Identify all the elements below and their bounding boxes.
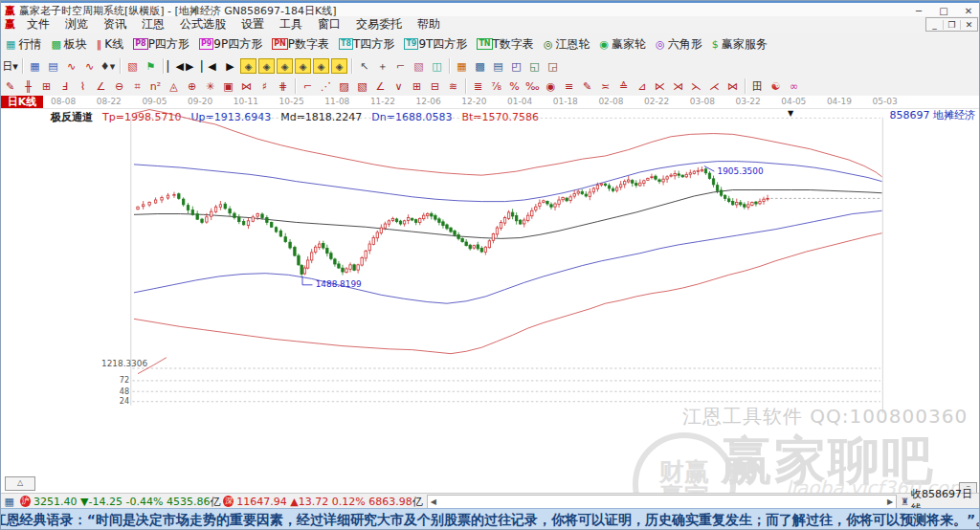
rise-angle-icon[interactable]: ⋊ — [669, 77, 687, 95]
menu-item-资讯[interactable]: 资讯 — [96, 15, 134, 33]
menu-item-设置[interactable]: 设置 — [234, 15, 272, 33]
prev-bar-button[interactable]: ◀ — [203, 57, 221, 75]
winner-service-button[interactable]: $赢家服务 — [707, 34, 772, 54]
diamond-zoom-out[interactable]: ◈ — [258, 58, 275, 74]
percent-icon[interactable]: % — [505, 77, 523, 95]
rays-fan-icon[interactable]: ⋰ — [317, 77, 335, 95]
child-restore-button[interactable]: ❐ — [943, 20, 960, 30]
stamp-tool-icon[interactable]: ▧ — [410, 57, 428, 75]
maximize-button[interactable]: □ — [931, 6, 956, 16]
sectors-button[interactable]: ▩板块 — [46, 34, 91, 54]
wave-mark-icon[interactable]: ⋈ — [237, 77, 256, 95]
steep-angle-icon[interactable]: ⋋ — [687, 77, 705, 95]
shade-box-icon[interactable]: ▨ — [335, 77, 353, 95]
scroll-left-arrow[interactable]: ◀ — [428, 497, 439, 506]
next-bar-button[interactable]: ▶ — [221, 57, 239, 75]
info-panel-icon[interactable]: ▤ — [44, 57, 62, 75]
trend-wave2-icon[interactable]: ∿ — [80, 57, 99, 75]
print-icon[interactable]: ◲ — [544, 57, 562, 75]
check-wave-icon[interactable]: ∨ — [390, 77, 408, 95]
menu-item-工具[interactable]: 工具 — [272, 15, 310, 33]
menu-item-交易委托[interactable]: 交易委托 — [348, 15, 410, 33]
ink-marker-icon[interactable]: ✎ — [578, 77, 596, 95]
dense-grid-icon[interactable]: ⊟ — [426, 77, 444, 95]
spiral-icon[interactable]: ⌇ — [74, 77, 92, 95]
p-number-table-button[interactable]: PNP数字表 — [267, 34, 334, 54]
j-angle-icon[interactable]: ⊿ — [633, 77, 651, 95]
notes-icon[interactable]: ▤ — [489, 57, 507, 75]
multi-line-icon[interactable]: ≋ — [444, 77, 462, 95]
hexagon-button[interactable]: ◎六角形 — [651, 34, 707, 54]
star-cycle-icon[interactable]: ✳ — [201, 77, 219, 95]
menu-item-浏览[interactable]: 浏览 — [57, 15, 96, 33]
crosshair-icon[interactable]: ＋ — [373, 57, 391, 75]
kd-overlay-icon[interactable]: ▧ — [123, 57, 142, 75]
menu-item-窗口[interactable]: 窗口 — [310, 15, 348, 33]
scroll-right-arrow[interactable]: ▶ — [884, 497, 896, 506]
board-view-icon[interactable]: ▦ — [26, 57, 44, 75]
percent-zone-icon[interactable]: ⅞ — [487, 77, 505, 95]
fib-levels-icon[interactable]: ≍ — [596, 77, 614, 95]
export-icon[interactable]: ◱ — [525, 57, 544, 75]
angle-ray-icon[interactable]: ∠ — [371, 77, 390, 95]
last-bar-button[interactable]: ▶▕ — [185, 57, 203, 75]
diamond-shrink-v[interactable]: ◈ — [331, 58, 347, 74]
menu-item-文件[interactable]: 文件 — [19, 15, 57, 33]
flag-mark-icon[interactable]: ⚑ — [142, 57, 160, 75]
t-number-table-button[interactable]: TNT数字表 — [472, 34, 539, 54]
p-square-button[interactable]: P8P四方形 — [128, 34, 194, 54]
ratio-table-icon[interactable]: ≣ — [469, 77, 487, 95]
gann-box-icon[interactable]: ⊞ — [37, 77, 56, 95]
child-minimize-button[interactable]: _ — [926, 20, 943, 30]
hand-drag-icon[interactable]: ↖ — [355, 57, 373, 75]
diamond-expand-h[interactable]: ◈ — [277, 58, 293, 74]
gann-fan-icon[interactable]: Ⅎ — [56, 77, 74, 95]
f-angle-icon[interactable]: ⋉ — [651, 77, 669, 95]
minimize-button[interactable]: ─ — [906, 6, 931, 16]
cycle-circle-icon[interactable]: ⊖ — [110, 77, 128, 95]
candle-style-selector[interactable]: ♦▾ — [99, 57, 117, 75]
gold-section-icon[interactable]: ≙ — [614, 77, 633, 95]
cycle-tool-icon[interactable]: ◫ — [428, 57, 446, 75]
diamond-shrink-h[interactable]: ◈ — [295, 58, 311, 74]
taiji-icon[interactable]: ☯ — [767, 77, 785, 95]
square-grid-icon[interactable]: ▣ — [219, 77, 237, 95]
fall-angle-icon[interactable]: ⋌ — [705, 77, 724, 95]
price-grid-icon[interactable]: ⋕ — [274, 77, 292, 95]
trend-wave-icon[interactable]: ∿ — [62, 57, 80, 75]
horizontal-scrollbar[interactable]: ◀ ▶ — [427, 495, 897, 509]
gold-circle-icon[interactable]: ◉ — [542, 77, 560, 95]
quotes-button[interactable]: ▦行情 — [1, 34, 46, 54]
diamond-expand-v[interactable]: ◈ — [313, 58, 329, 74]
close-button[interactable]: ✕ — [956, 6, 980, 16]
volume-expand-button[interactable]: △ — [5, 476, 35, 491]
infinity-icon[interactable]: ∞ — [785, 77, 803, 95]
calculator-icon[interactable]: ▩ — [471, 57, 489, 75]
n-square-icon[interactable]: n² — [146, 77, 165, 95]
angle-tool-icon[interactable]: ∠ — [92, 77, 110, 95]
child-close-button[interactable]: ✕ — [960, 20, 977, 30]
gann-wheel-button[interactable]: ◎江恩轮 — [539, 34, 595, 54]
ninet-square-button[interactable]: T99T四方形 — [399, 34, 472, 54]
time-hash-icon[interactable]: ⌗ — [128, 77, 146, 95]
menu-item-公式选股[interactable]: 公式选股 — [172, 15, 234, 33]
winner-wheel-button[interactable]: ◉赢家轮 — [594, 34, 651, 54]
target-circle-icon[interactable]: ⊕ — [183, 77, 201, 95]
kline-button[interactable]: ‖K线 — [92, 34, 128, 54]
pen-tool-icon[interactable]: ✎ — [1, 77, 19, 95]
grid-window-icon[interactable]: 田 — [748, 77, 767, 95]
t-square-button[interactable]: T8T四方形 — [334, 34, 399, 54]
calendar-icon[interactable]: ▦ — [453, 57, 471, 75]
first-bar-button[interactable]: ▏◀ — [167, 57, 185, 75]
grid-box-icon[interactable]: ⊞ — [408, 77, 426, 95]
gold-line-icon[interactable]: ≡ — [560, 77, 578, 95]
triangle-tool-icon[interactable]: ◬ — [165, 77, 183, 95]
period-day-selector[interactable]: 日▾ — [1, 57, 19, 75]
save-disk-icon[interactable]: ◰ — [507, 57, 525, 75]
percent-line-icon[interactable]: ‰ — [523, 77, 542, 95]
menu-item-帮助[interactable]: 帮助 — [410, 15, 448, 33]
ninep-square-button[interactable]: P99P四方形 — [194, 34, 267, 54]
measure-tool-icon[interactable]: ⌐ — [299, 77, 317, 95]
key-tool-icon[interactable]: ⌐ — [391, 57, 410, 75]
time-grid-icon[interactable]: ♯ — [256, 77, 274, 95]
